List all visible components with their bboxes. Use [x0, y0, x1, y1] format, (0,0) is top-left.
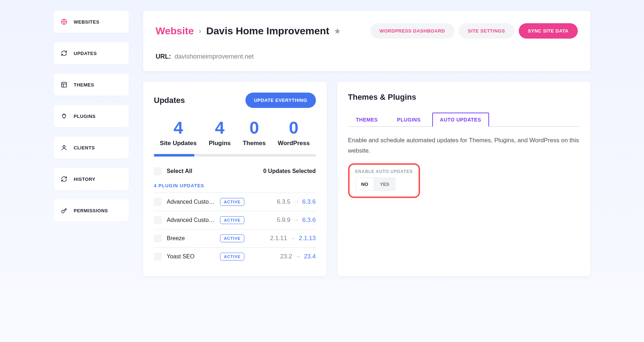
updates-title: Updates — [154, 96, 185, 105]
plugin-updates-heading: 4 PLUGIN UPDATES — [154, 183, 316, 188]
select-all-checkbox[interactable] — [154, 167, 162, 175]
refresh-icon — [61, 50, 67, 56]
sidebar: WEBSITES UPDATES THEMES PLUGINS CLIENTS — [54, 11, 129, 276]
version-old: 5.9.9 — [277, 217, 291, 224]
status-badge: ACTIVE — [220, 216, 244, 224]
stat-plugins: 4 Plugins — [209, 119, 230, 147]
status-badge: ACTIVE — [220, 253, 244, 261]
selected-count: 0 Updates Selected — [263, 168, 316, 174]
sidebar-item-label: HISTORY — [74, 177, 96, 182]
plugin-name: Yoast SEO — [167, 253, 215, 260]
version-new: 6.3.6 — [302, 217, 316, 224]
stat-themes: 0 Themes — [243, 119, 265, 147]
updates-card: Updates UPDATE EVERYTHING 4 Site Updates… — [143, 82, 327, 276]
plugin-name: Advanced Custo… — [167, 217, 215, 223]
plugin-name: Advanced Custo… — [167, 199, 215, 205]
update-everything-button[interactable]: UPDATE EVERYTHING — [245, 93, 316, 108]
plugin-row: Yoast SEO ACTIVE 23.2 → 23.4 — [154, 247, 316, 266]
tab-plugins[interactable]: PLUGINS — [389, 113, 429, 127]
sidebar-item-websites[interactable]: WEBSITES — [54, 11, 129, 33]
auto-updates-toggle: NO YES — [355, 178, 396, 191]
sidebar-item-themes[interactable]: THEMES — [54, 74, 129, 96]
url-value[interactable]: davishomeimprovement.net — [175, 53, 254, 60]
tab-themes[interactable]: THEMES — [348, 113, 386, 127]
key-icon — [61, 207, 67, 214]
progress-fill — [154, 154, 194, 157]
plugin-row: Advanced Custo… ACTIVE 5.9.9 → 6.3.6 — [154, 211, 316, 229]
tabs: THEMES PLUGINS AUTO UPDATES — [348, 113, 580, 127]
sidebar-item-history[interactable]: HISTORY — [54, 168, 129, 190]
stats-row: 4 Site Updates 4 Plugins 0 Themes 0 Word… — [154, 119, 316, 147]
page-title: Davis Home Improvement — [206, 25, 330, 37]
sidebar-item-label: WEBSITES — [74, 19, 99, 25]
version-new: 2.1.13 — [299, 235, 316, 242]
stat-label: Plugins — [209, 140, 230, 147]
sidebar-item-label: UPDATES — [74, 51, 97, 56]
stat-site-updates: 4 Site Updates — [160, 119, 197, 147]
tab-auto-updates[interactable]: AUTO UPDATES — [432, 113, 489, 127]
site-settings-button[interactable]: SITE SETTINGS — [459, 23, 514, 39]
breadcrumb: Website › Davis Home Improvement ★ — [156, 25, 341, 37]
plugin-checkbox[interactable] — [154, 198, 162, 206]
stat-label: Site Updates — [160, 140, 197, 147]
header-card: Website › Davis Home Improvement ★ WORDP… — [143, 11, 590, 71]
plugin-checkbox[interactable] — [154, 253, 162, 261]
sidebar-item-updates[interactable]: UPDATES — [54, 42, 129, 64]
stat-wordpress: 0 WordPress — [278, 119, 309, 147]
arrow-right-icon: → — [290, 235, 296, 242]
sidebar-item-plugins[interactable]: PLUGINS — [54, 105, 129, 127]
plugin-checkbox[interactable] — [154, 234, 162, 242]
sidebar-item-label: CLIENTS — [74, 145, 95, 150]
arrow-right-icon: → — [293, 217, 299, 224]
header-actions: WORDPRESS DASHBOARD SITE SETTINGS SYNC S… — [370, 23, 578, 39]
url-row: URL: davishomeimprovement.net — [156, 53, 578, 60]
arrow-right-icon: → — [295, 253, 301, 260]
globe-icon — [61, 19, 67, 25]
svg-point-5 — [63, 145, 65, 148]
sidebar-item-label: THEMES — [74, 82, 94, 88]
version-old: 23.2 — [280, 253, 292, 260]
toggle-yes[interactable]: YES — [374, 178, 395, 191]
version-new: 6.3.6 — [302, 198, 316, 205]
enable-auto-updates-label: ENABLE AUTO UPDATES — [355, 169, 413, 174]
status-badge: ACTIVE — [220, 234, 244, 242]
select-all-label: Select All — [167, 168, 192, 174]
stat-number: 4 — [160, 119, 197, 138]
plugin-row: Advanced Custo… ACTIVE 6.3.5 → 6.3.6 — [154, 193, 316, 211]
version-old: 6.3.5 — [277, 198, 291, 205]
star-icon[interactable]: ★ — [334, 27, 341, 35]
chevron-right-icon: › — [199, 27, 201, 35]
themes-plugins-card: Themes & Plugins THEMES PLUGINS AUTO UPD… — [337, 82, 591, 276]
svg-rect-2 — [62, 82, 67, 87]
version-new: 23.4 — [304, 253, 316, 260]
stat-label: Themes — [243, 140, 265, 147]
progress-bar — [154, 154, 316, 157]
stat-label: WordPress — [278, 140, 309, 147]
stat-number: 0 — [278, 119, 309, 138]
refresh-icon — [61, 176, 67, 182]
status-badge: ACTIVE — [220, 198, 244, 206]
layout-icon — [61, 81, 67, 88]
sidebar-item-label: PLUGINS — [74, 114, 96, 119]
user-icon — [61, 144, 67, 151]
wordpress-dashboard-button[interactable]: WORDPRESS DASHBOARD — [370, 23, 454, 39]
sync-site-data-button[interactable]: SYNC SITE DATA — [519, 23, 578, 39]
sidebar-item-label: PERMISSIONS — [74, 208, 108, 213]
plugin-checkbox[interactable] — [154, 216, 162, 224]
themes-plugins-title: Themes & Plugins — [348, 93, 580, 102]
sidebar-item-clients[interactable]: CLIENTS — [54, 137, 129, 159]
stat-number: 4 — [209, 119, 230, 138]
sidebar-item-permissions[interactable]: PERMISSIONS — [54, 199, 129, 222]
stat-number: 0 — [243, 119, 265, 138]
plugin-row: Breeze ACTIVE 2.1.11 → 2.1.13 — [154, 229, 316, 247]
plug-icon — [61, 113, 67, 119]
toggle-no[interactable]: NO — [355, 178, 374, 191]
arrow-right-icon: → — [293, 198, 299, 205]
url-label: URL: — [156, 53, 171, 60]
plugin-name: Breeze — [167, 235, 215, 242]
breadcrumb-root[interactable]: Website — [156, 25, 194, 37]
highlight-annotation: ENABLE AUTO UPDATES NO YES — [348, 163, 420, 198]
auto-updates-description: Enable and schedule automated updates fo… — [348, 135, 580, 156]
version-old: 2.1.11 — [270, 235, 287, 242]
